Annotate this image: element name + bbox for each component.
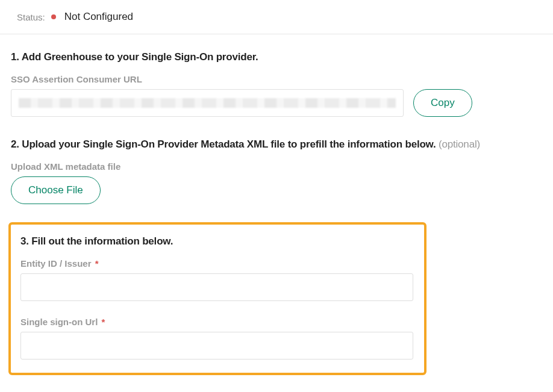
divider xyxy=(0,34,553,34)
section1-heading: 1. Add Greenhouse to your Single Sign-On… xyxy=(11,51,542,63)
status-row: Status: Not Configured xyxy=(11,11,542,23)
section3-heading: 3. Fill out the information below. xyxy=(20,235,414,247)
required-star-icon: * xyxy=(102,317,105,327)
section2-optional: (optional) xyxy=(439,138,480,150)
sso-url-field-block: Single sign-on Url * xyxy=(20,317,414,359)
choose-file-button[interactable]: Choose File xyxy=(11,176,101,204)
section-fill-info-highlight: 3. Fill out the information below. Entit… xyxy=(8,222,426,375)
sso-url-label: SSO Assertion Consumer URL xyxy=(11,74,542,84)
single-signon-url-label: Single sign-on Url * xyxy=(20,317,414,327)
single-signon-url-label-text: Single sign-on Url xyxy=(20,317,98,327)
single-signon-url-input[interactable] xyxy=(20,332,413,359)
section2-heading: 2. Upload your Single Sign-On Provider M… xyxy=(11,138,542,151)
upload-xml-label: Upload XML metadata file xyxy=(11,161,542,172)
status-value: Not Configured xyxy=(64,11,133,23)
section-upload-metadata: 2. Upload your Single Sign-On Provider M… xyxy=(11,138,542,204)
entity-id-label: Entity ID / Issuer * xyxy=(20,258,414,269)
entity-id-label-text: Entity ID / Issuer xyxy=(20,258,92,269)
required-star-icon: * xyxy=(95,258,99,269)
status-dot-icon xyxy=(51,14,56,19)
section2-heading-main: 2. Upload your Single Sign-On Provider M… xyxy=(11,138,439,150)
redacted-url-content xyxy=(19,98,396,108)
entity-id-input[interactable] xyxy=(20,273,413,301)
section-add-provider: 1. Add Greenhouse to your Single Sign-On… xyxy=(11,51,542,117)
copy-button[interactable]: Copy xyxy=(413,89,472,117)
status-label: Status: xyxy=(17,12,45,22)
sso-consumer-url-field xyxy=(11,89,404,117)
entity-id-field-block: Entity ID / Issuer * xyxy=(20,258,414,301)
